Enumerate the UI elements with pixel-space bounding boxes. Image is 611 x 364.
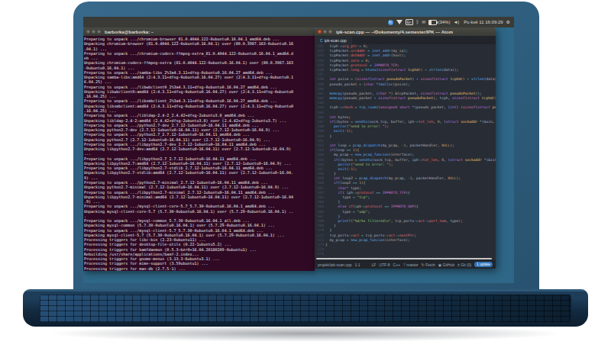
status-update-badge[interactable]: 1 update <box>474 262 493 267</box>
wifi-icon[interactable] <box>396 20 402 24</box>
clock[interactable]: Po kvě 11 16:09:29 <box>464 20 503 24</box>
status-grammar[interactable]: C++ <box>393 263 400 267</box>
editor-gutter: 5315325335345355365375385395405415425435… <box>315 44 325 257</box>
atom-window: ipk-scan.cpp — ~/Dokumenty/4.semester/IP… <box>315 27 496 269</box>
status-git-branch[interactable]: ᛘ master <box>403 263 419 267</box>
terminal-line: Unpacking python2.7-minimal (2.7.12-1ubu… <box>84 185 315 189</box>
status-fetch[interactable]: ↻ Fetch <box>422 263 435 267</box>
status-github[interactable]: ◉ GitHub <box>438 263 454 267</box>
terminal-line: Unpacking libldap-2.4-2:amd64 (2.4.42+df… <box>84 118 315 123</box>
close-button[interactable] <box>318 30 322 34</box>
keyboard-layout-indicator[interactable]: En <box>406 19 413 25</box>
minimize-button[interactable] <box>323 30 327 34</box>
laptop-mockup: ↻ En ᛒ ✉ (34%) ◄) Po kvě 11 16:09:29 ⚙ <box>0 0 611 364</box>
laptop-shadow <box>46 325 565 342</box>
editor[interactable]: 5315325335345355365375385395405415425435… <box>315 44 496 257</box>
status-right: LFUTF-8C++ᛘ master↻ Fetch◉ GitHub± Git (… <box>372 262 493 267</box>
terminal-line: Unpacking chromium-browser (81.0.4044.12… <box>84 41 315 46</box>
volume-icon[interactable]: ◄) <box>453 20 459 24</box>
laptop-base <box>23 289 588 327</box>
terminal-line: Unpacking libpython2.7-minimal:amd64 (2.… <box>84 195 315 199</box>
system-tray: ↻ En ᛒ ✉ (34%) ◄) Po kvě 11 16:09:29 ⚙ <box>388 19 510 25</box>
cpp-file-icon: C <box>320 38 323 43</box>
status-bar: projekt/ipk-scan.cpp 1:1 LFUTF-8C++ᛘ mas… <box>315 260 496 269</box>
terminal-line: Unpacking libsmbclient:amd64 (2:4.3.11+d… <box>84 104 315 108</box>
terminal-line: Processing triggers for man-db (2.7.5-1)… <box>84 266 315 271</box>
terminal-line: Unpacking samba-libs:amd64 (2:4.3.11+dfs… <box>84 75 315 79</box>
terminal-window: barborka@barborka: ~ Preparing to unpack… <box>83 27 315 271</box>
code-line: memcpy(pseudo_packet + sizeof(struct pse… <box>325 96 496 101</box>
battery-label: (34%) <box>438 20 450 24</box>
code-line <box>325 252 496 256</box>
update-indicator-icon[interactable]: ↻ <box>388 20 393 25</box>
editor-lines: tcph->urg_ptr = 0; tcpPacket.srcAddr = i… <box>325 44 496 257</box>
status-line-ending[interactable]: LF <box>372 263 377 267</box>
atom-window-buttons <box>318 30 332 34</box>
tab-ipk-scan-cpp[interactable]: C ipk-scan.cpp <box>315 37 352 44</box>
terminal-line: Preparing to unpack .../chromium-codecs-… <box>84 51 315 56</box>
tab-bar: C ipk-scan.cpp <box>315 36 496 44</box>
code-line: tcph->check = tcp_csum((unsigned short *… <box>325 105 496 110</box>
status-cursor-position[interactable]: 1:1 <box>354 263 360 267</box>
status-git-changes[interactable]: ± Git (0) <box>457 263 471 267</box>
terminal-line: Unpacking libpython2.7-dev:amd64 (2.7.12… <box>84 147 315 151</box>
terminal-line: Unpacking mysql-client-core-5.7 (5.7.30-… <box>84 209 315 214</box>
minimize-button[interactable] <box>92 30 95 34</box>
terminal-titlebar[interactable]: barborka@barborka: ~ <box>83 27 315 36</box>
atom-title: ipk-scan.cpp — ~/Dokumenty/4.semester/IP… <box>336 30 453 34</box>
session-gear-icon[interactable]: ⚙ <box>506 20 510 24</box>
laptop-lid: ↻ En ᛒ ✉ (34%) ◄) Po kvě 11 16:09:29 ⚙ <box>73 2 539 289</box>
terminal-line: Unpacking chromium-codecs-ffmpeg-extra (… <box>84 60 315 65</box>
status-encoding[interactable]: UTF-8 <box>379 263 390 267</box>
terminal-line: Unpacking libwbclient0:amd64 (2:4.3.11+d… <box>84 89 315 94</box>
screen-desktop: ↻ En ᛒ ✉ (34%) ◄) Po kvě 11 16:09:29 ⚙ <box>83 17 514 283</box>
mail-icon[interactable]: ✉ <box>422 20 425 24</box>
terminal-line: Unpacking libpython2.7-stdlib:amd64 (2.7… <box>84 170 315 175</box>
horizontal-scrollbar[interactable] <box>315 257 496 260</box>
battery-indicator[interactable]: (34%) <box>428 20 450 25</box>
maximize-button[interactable] <box>328 30 332 34</box>
status-left: projekt/ipk-scan.cpp 1:1 <box>318 263 360 267</box>
terminal-body[interactable]: Preparing to unpack .../chromium-browser… <box>83 36 315 271</box>
keyboard <box>40 295 571 322</box>
top-panel: ↻ En ᛒ ✉ (34%) ◄) Po kvě 11 16:09:29 ⚙ <box>83 17 514 27</box>
maximize-button[interactable] <box>97 30 101 34</box>
line-number: 575 <box>315 252 324 256</box>
bluetooth-icon[interactable]: ᛒ <box>416 20 419 24</box>
tab-label: ipk-scan.cpp <box>325 38 347 43</box>
atom-titlebar[interactable]: ipk-scan.cpp — ~/Dokumenty/4.semester/IP… <box>315 27 496 36</box>
battery-icon <box>428 20 437 25</box>
scrollbar-thumb[interactable] <box>316 258 492 259</box>
close-button[interactable] <box>86 30 90 34</box>
terminal-window-buttons <box>86 30 101 34</box>
terminal-title: barborka@barborka: ~ <box>105 30 154 34</box>
status-file-path[interactable]: projekt/ipk-scan.cpp <box>318 263 351 267</box>
